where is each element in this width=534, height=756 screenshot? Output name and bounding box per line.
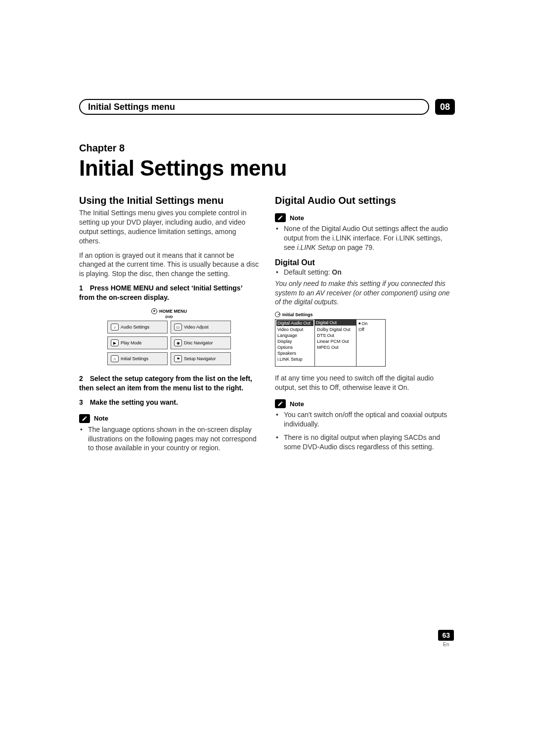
setup-navigator-icon: ⚑ bbox=[174, 355, 182, 362]
left-column: Using the Initial Settings menu The Init… bbox=[79, 194, 259, 457]
osd-item: Dolby Digital Out bbox=[317, 327, 354, 332]
step-3: 3 Make the setting you want. bbox=[79, 398, 259, 407]
hm-label: Play Mode bbox=[121, 340, 142, 345]
initial-settings-icon: ⌂ bbox=[111, 355, 119, 362]
home-menu-subtitle: DVD bbox=[107, 315, 231, 319]
osd-title-text: Initial Settings bbox=[282, 312, 313, 317]
video-adjust-icon: ▭ bbox=[174, 324, 182, 331]
hm-audio-settings: ♪Audio Settings bbox=[107, 321, 168, 333]
hm-label: Disc Navigator bbox=[184, 340, 213, 345]
home-menu-icon: ✦ bbox=[151, 308, 157, 314]
note-bullet-right-2b: There is no digital output when playing … bbox=[275, 433, 455, 452]
play-mode-icon: ▶ bbox=[111, 339, 119, 346]
disc-navigator-icon: ◉ bbox=[174, 339, 182, 346]
note-text-b: on page 79. bbox=[336, 243, 374, 251]
chapter-number-badge: 08 bbox=[435, 99, 455, 115]
pencil-icon bbox=[275, 399, 286, 408]
breadcrumb: Initial Settings menu bbox=[79, 99, 429, 115]
pencil-icon bbox=[79, 414, 90, 423]
osd-columns: Digital Audio Out Video Output Language … bbox=[275, 319, 455, 367]
step-2-number: 2 bbox=[79, 375, 83, 382]
note-bullet-right-2a: You can't switch on/off the optical and … bbox=[275, 410, 455, 429]
osd-cat-item: i.LINK Setup bbox=[277, 356, 312, 362]
osd-cat-item: Display bbox=[277, 338, 312, 344]
subheading-digital-out: Digital Out bbox=[275, 258, 455, 267]
osd-figure: Initial Settings Digital Audio Out Video… bbox=[275, 312, 455, 367]
note-label: Note bbox=[290, 214, 304, 222]
hm-label: Setup Navigator bbox=[184, 356, 216, 361]
hm-play-mode: ▶Play Mode bbox=[107, 336, 168, 349]
hm-video-adjust: ▭Video Adjust bbox=[171, 321, 231, 333]
default-setting: Default setting: On bbox=[275, 268, 455, 276]
osd-category-list: Digital Audio Out Video Output Language … bbox=[275, 319, 314, 367]
chapter-label: Chapter 8 bbox=[79, 142, 455, 154]
step-3-number: 3 bbox=[79, 398, 83, 406]
chapter-number: 08 bbox=[440, 102, 450, 112]
home-menu-figure: ✦ HOME MENU DVD ♪Audio Settings ▭Video A… bbox=[107, 308, 231, 365]
digital-out-italic: You only need to make this setting if yo… bbox=[275, 279, 455, 307]
note-text-italic: i.LINK Setup bbox=[297, 243, 336, 251]
osd-item-list: Digital Out Dolby Digital Out DTS Out Li… bbox=[314, 319, 356, 367]
step-1-text: Press HOME MENU and select ‘Initial Sett… bbox=[79, 284, 242, 301]
osd-cat-item: Language bbox=[277, 332, 312, 338]
step-1: 1 Press HOME MENU and select ‘Initial Se… bbox=[79, 284, 259, 302]
osd-cat-item: Digital Audio Out bbox=[276, 320, 313, 326]
default-setting-label: Default setting: bbox=[284, 268, 332, 276]
manual-page: Initial Settings menu 08 Chapter 8 Initi… bbox=[0, 0, 534, 486]
audio-settings-icon: ♪ bbox=[111, 324, 119, 331]
home-menu-title: ✦ HOME MENU bbox=[107, 308, 231, 314]
note-header-right-1: Note bbox=[275, 213, 455, 222]
settings-icon bbox=[275, 312, 280, 317]
section-heading-dao: Digital Audio Out settings bbox=[275, 194, 455, 206]
step-2: 2 Select the setup category from the lis… bbox=[79, 374, 259, 393]
page-number: 63 En bbox=[438, 630, 454, 647]
page-number-value: 63 bbox=[438, 630, 454, 641]
pencil-icon bbox=[275, 213, 286, 222]
hm-initial-settings: ⌂Initial Settings bbox=[107, 352, 168, 365]
digital-out-paragraph: If at any time you need to switch off th… bbox=[275, 374, 455, 392]
hm-label: Initial Settings bbox=[121, 356, 148, 361]
right-column: Digital Audio Out settings Note None of … bbox=[275, 194, 455, 457]
step-3-text: Make the setting you want. bbox=[90, 398, 178, 406]
default-setting-value: On bbox=[332, 268, 341, 276]
page-header: Initial Settings menu 08 bbox=[79, 99, 455, 115]
page-language: En bbox=[438, 642, 454, 647]
note-label: Note bbox=[94, 415, 108, 422]
intro-paragraph-1: The Initial Settings menu gives you comp… bbox=[79, 208, 259, 246]
osd-value-list: On Off bbox=[356, 319, 386, 367]
hm-label: Video Adjust bbox=[184, 325, 209, 330]
osd-value-on: On bbox=[358, 321, 383, 327]
chapter-title: Initial Settings menu bbox=[79, 156, 455, 181]
osd-title: Initial Settings bbox=[275, 312, 455, 317]
note-header-left: Note bbox=[79, 414, 259, 423]
osd-item: DTS Out bbox=[317, 332, 354, 338]
step-1-number: 1 bbox=[79, 284, 83, 292]
hm-disc-navigator: ◉Disc Navigator bbox=[171, 336, 231, 349]
note-label: Note bbox=[290, 400, 304, 408]
osd-cat-item: Video Output bbox=[277, 327, 312, 332]
osd-cat-item: Speakers bbox=[277, 350, 312, 356]
hm-setup-navigator: ⚑Setup Navigator bbox=[171, 352, 231, 365]
note-header-right-2: Note bbox=[275, 399, 455, 408]
osd-cat-item: Options bbox=[277, 344, 312, 350]
two-column-layout: Using the Initial Settings menu The Init… bbox=[79, 194, 455, 457]
osd-item: MPEG Out bbox=[317, 344, 354, 350]
section-heading-using: Using the Initial Settings menu bbox=[79, 194, 259, 206]
breadcrumb-text: Initial Settings menu bbox=[88, 102, 175, 112]
note-bullet-right-1: None of the Digital Audio Out settings a… bbox=[275, 224, 455, 252]
osd-value-off: Off bbox=[358, 327, 383, 332]
home-menu-title-text: HOME MENU bbox=[159, 309, 187, 314]
note-bullet-left: The language options shown in the on-scr… bbox=[79, 425, 259, 453]
home-menu-grid: ♪Audio Settings ▭Video Adjust ▶Play Mode… bbox=[107, 321, 231, 365]
osd-item: Digital Out bbox=[315, 320, 356, 326]
osd-item: Linear PCM Out bbox=[317, 338, 354, 344]
step-2-text: Select the setup category from the list … bbox=[79, 375, 252, 392]
hm-label: Audio Settings bbox=[121, 325, 149, 330]
intro-paragraph-2: If an option is grayed out it means that… bbox=[79, 251, 259, 279]
